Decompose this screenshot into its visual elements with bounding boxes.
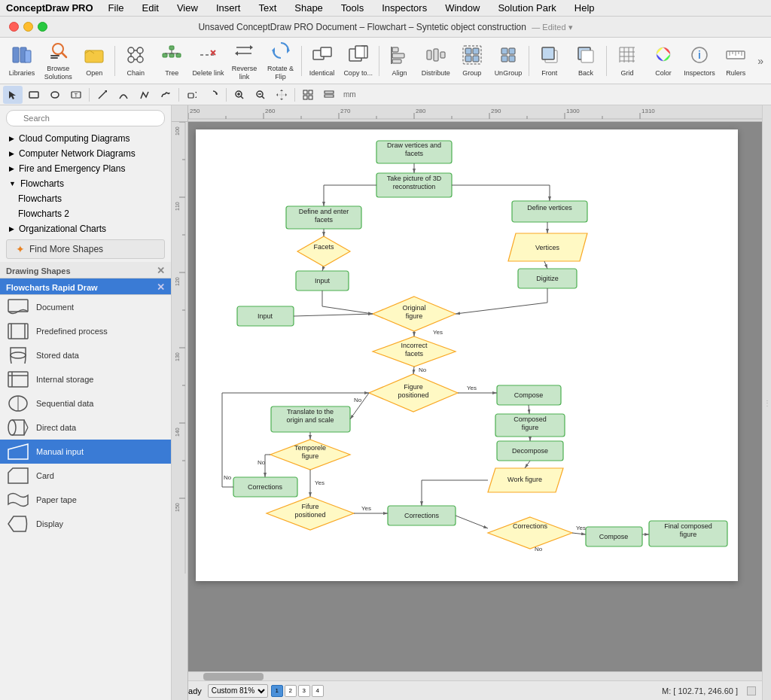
svg-rect-85 [303, 96, 307, 99]
close-rapid-draw[interactable]: ✕ [157, 282, 165, 293]
shape-paper-tape[interactable]: Paper tape [0, 488, 171, 512]
menu-window[interactable]: Window [442, 1, 483, 15]
horizontal-scrollbar[interactable] [188, 671, 762, 680]
shape-display[interactable]: Display [0, 512, 171, 536]
shape-card[interactable]: Card [0, 464, 171, 488]
view-btn-1[interactable]: 1 [271, 685, 283, 697]
svg-rect-72 [188, 93, 194, 98]
sidebar-item-org-charts[interactable]: ▶ Organizational Charts [0, 221, 171, 236]
close-drawing-shapes[interactable]: ✕ [157, 265, 165, 276]
zoom-out-tool[interactable] [251, 86, 270, 104]
align-button[interactable]: Align [382, 41, 417, 81]
collapse-arrow: ▶ [9, 225, 14, 233]
color-button[interactable]: Color [646, 41, 681, 81]
tree-button[interactable]: Tree [154, 41, 189, 81]
view-btn-4[interactable]: 4 [312, 685, 324, 697]
close-button[interactable] [9, 22, 19, 32]
zoom-in-tool[interactable] [230, 86, 249, 104]
grid-label: Grid [620, 69, 633, 78]
open-button[interactable]: Open [77, 41, 111, 81]
menu-shape[interactable]: Shape [291, 1, 326, 15]
zoom-select[interactable]: Custom 81% 50% 75% 100% 125% 150% [208, 684, 268, 698]
rect-tool[interactable] [24, 86, 44, 104]
collapse-arrow: ▼ [9, 180, 16, 187]
svg-text:1300: 1300 [566, 108, 580, 114]
search-input[interactable] [6, 110, 165, 126]
sidebar-item-flowcharts[interactable]: ▼ Flowcharts [0, 176, 171, 191]
sidebar-item-computer-network[interactable]: ▶ Computer Network Diagrams [0, 146, 171, 161]
shape-stored-data[interactable]: Stored data [0, 343, 171, 367]
shape-manual-input[interactable]: Manual input [0, 440, 171, 464]
pan-icon [276, 90, 287, 100]
menu-view[interactable]: View [174, 1, 201, 15]
front-button[interactable]: Front [532, 41, 567, 81]
ungroup-button[interactable]: UnGroup [491, 41, 526, 81]
menu-file[interactable]: File [105, 1, 127, 15]
grid-view-tool[interactable] [298, 86, 318, 104]
toolbar-more-button[interactable]: » [754, 41, 766, 81]
display-shape-icon [6, 515, 30, 533]
group-button[interactable]: Group [455, 41, 489, 81]
ellipse-tool[interactable] [45, 86, 65, 104]
view-btn-3[interactable]: 3 [298, 685, 310, 697]
delete-link-button[interactable]: Delete link [190, 41, 225, 81]
menu-help[interactable]: Help [571, 1, 598, 15]
text-tool[interactable]: T [66, 86, 86, 104]
view-btn-2[interactable]: 2 [285, 685, 297, 697]
menu-text[interactable]: Text [255, 1, 279, 15]
pan-tool[interactable] [272, 86, 291, 104]
rotate-tool[interactable] [203, 86, 223, 104]
chain-button[interactable]: Chain [118, 41, 153, 81]
sidebar-item-cloud-computing[interactable]: ▶ Cloud Computing Diagrams [0, 131, 171, 146]
sidebar-item-flowcharts-2[interactable]: Flowcharts 2 [0, 206, 171, 221]
right-resize-handle[interactable]: ⋮ [762, 105, 771, 700]
connector-tool[interactable] [93, 86, 112, 104]
svg-rect-6 [50, 57, 58, 59]
sidebar-item-flowcharts-1[interactable]: Flowcharts [0, 191, 171, 206]
distribute-button[interactable]: Distribute [419, 41, 453, 81]
shape-sequential-data[interactable]: Sequential data [0, 391, 171, 415]
document-shape-icon [6, 298, 30, 316]
menu-solution-park[interactable]: Solution Park [495, 1, 559, 15]
shape-document[interactable]: Document [0, 295, 171, 319]
identical-button[interactable]: Identical [305, 41, 340, 81]
reverse-link-button[interactable]: Reverse link [227, 41, 261, 81]
freeform-tool[interactable] [156, 86, 175, 104]
shape-internal-storage[interactable]: Internal storage [0, 367, 171, 391]
minimize-button[interactable] [23, 22, 33, 32]
rotate-flip-button[interactable]: Rotate & Flip [264, 41, 298, 81]
back-button[interactable]: Back [568, 41, 603, 81]
polyline-tool[interactable] [135, 86, 154, 104]
inspectors-button[interactable]: i Inspectors [682, 41, 717, 81]
list-view-tool[interactable] [319, 86, 339, 104]
svg-text:Define vertices: Define vertices [527, 204, 572, 212]
libraries-button[interactable]: Libraries [5, 41, 39, 81]
svg-rect-0 [13, 47, 19, 62]
menu-edit[interactable]: Edit [139, 1, 162, 15]
copy-to-button[interactable]: Copy to... [341, 41, 376, 81]
curve-tool[interactable] [114, 86, 133, 104]
menu-insert[interactable]: Insert [213, 1, 244, 15]
menu-tools[interactable]: Tools [338, 1, 367, 15]
resize-tool[interactable] [182, 86, 202, 104]
rect-icon [29, 90, 39, 100]
color-label: Color [655, 69, 672, 78]
browse-solutions-button[interactable]: Browse Solutions [41, 41, 75, 81]
select-tool[interactable] [3, 86, 23, 104]
tree-icon [161, 44, 182, 68]
ellipse-icon [50, 90, 60, 100]
sidebar-item-fire-emergency[interactable]: ▶ Fire and Emergency Plans [0, 161, 171, 176]
svg-text:Take picture of 3Dreconstructi: Take picture of 3Dreconstruction [387, 175, 442, 190]
menu-inspectors[interactable]: Inspectors [379, 1, 430, 15]
grid-icon [617, 44, 638, 68]
scrollbar-thumb[interactable] [203, 673, 264, 680]
rulers-button[interactable]: Rulers [718, 41, 753, 81]
grid-button[interactable]: Grid [610, 41, 645, 81]
canvas-viewport[interactable]: .proc { fill: #c8e6c9; stroke: #4caf50; … [188, 122, 762, 680]
expand-button[interactable] [747, 686, 756, 695]
shape-direct-data[interactable]: Direct data [0, 415, 171, 440]
ruler-corner [172, 105, 188, 122]
shape-predefined-process[interactable]: Predefined process [0, 319, 171, 343]
find-more-shapes-button[interactable]: ✦ Find More Shapes [6, 239, 165, 259]
maximize-button[interactable] [38, 22, 47, 32]
